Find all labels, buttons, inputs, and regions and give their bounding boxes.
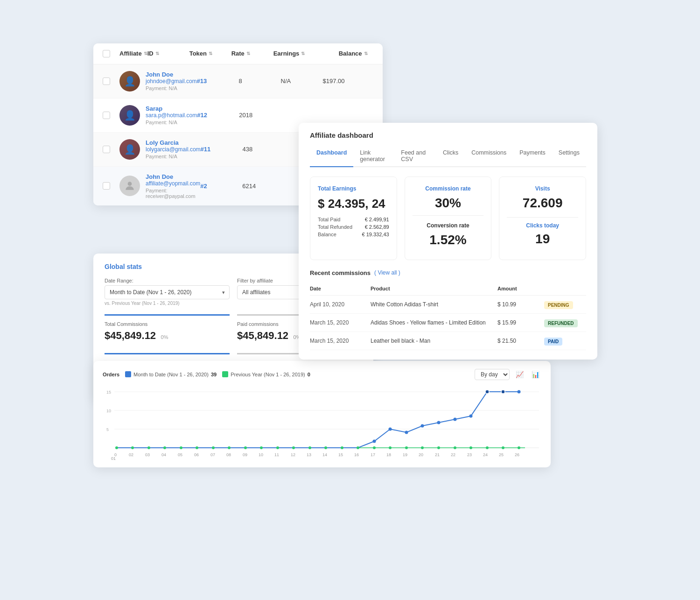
- view-all-link[interactable]: ( View all ): [374, 269, 400, 276]
- affiliate-name-4[interactable]: John Doe: [146, 173, 200, 180]
- svg-point-31: [324, 446, 327, 449]
- svg-text:08: 08: [226, 452, 231, 457]
- affiliate-email-3[interactable]: lolygarcia@gmail.com: [146, 146, 201, 153]
- affiliate-email-4[interactable]: affiliate@yopmail.com: [146, 180, 200, 187]
- affiliate-email-2[interactable]: sara.p@hotmail.com: [146, 112, 197, 119]
- commission-date-1: April 10, 2020: [310, 301, 371, 308]
- balance-value: € 19.332,43: [362, 232, 389, 237]
- col-earnings[interactable]: Earnings ⇅: [273, 50, 339, 57]
- period2-count: 0: [308, 372, 310, 377]
- total-commissions-box: Total Commissions $45,849.12 0%: [105, 314, 230, 346]
- col-amount: Amount: [497, 286, 544, 291]
- clicks-today-value: 19: [507, 232, 578, 247]
- tab-payments[interactable]: Payments: [513, 146, 552, 167]
- commission-product-1: White Cotton Adidas T-shirt: [371, 301, 497, 308]
- svg-text:10: 10: [106, 409, 111, 413]
- status-badge-refunded-2: REFUNDED: [544, 319, 578, 327]
- visits-label: Visits: [507, 185, 578, 192]
- sort-token-icon[interactable]: ⇅: [209, 51, 212, 56]
- period1-label: Month to Date (Nov 1 - 26, 2020): [133, 372, 209, 377]
- total-earnings-card: Total Earnings $ 24.395, 24 Total Paid €…: [310, 176, 397, 260]
- commission-amount-2: $ 15.99: [497, 319, 544, 326]
- svg-text:24: 24: [483, 452, 488, 457]
- svg-text:23: 23: [467, 452, 472, 457]
- tab-dashboard[interactable]: Dashboard: [310, 146, 353, 167]
- affiliate-payment-4: Payment: receiver@paypal.com: [146, 188, 200, 199]
- total-earnings-label: Total Earnings: [318, 185, 389, 192]
- svg-text:22: 22: [451, 452, 455, 457]
- svg-text:17: 17: [371, 452, 375, 457]
- affiliate-name-3[interactable]: Loly Garcia: [146, 139, 201, 146]
- svg-text:13: 13: [307, 452, 311, 457]
- svg-point-25: [228, 446, 231, 449]
- visits-card: Visits 72.609 Clicks today 19: [499, 176, 586, 260]
- bar-chart-button[interactable]: 📊: [529, 368, 541, 381]
- tab-settings[interactable]: Settings: [552, 146, 586, 167]
- orders-chart: 15 10 5: [103, 385, 541, 460]
- select-all-checkbox[interactable]: [103, 50, 110, 57]
- row-rate-1: N/A: [281, 78, 323, 85]
- sort-affiliate-icon[interactable]: ⇅: [144, 51, 147, 56]
- sort-balance-icon[interactable]: ⇅: [364, 51, 368, 56]
- svg-point-34: [373, 446, 376, 449]
- row-checkbox-2[interactable]: [103, 112, 110, 119]
- by-day-select[interactable]: By day: [475, 369, 510, 380]
- svg-text:07: 07: [210, 452, 215, 457]
- svg-text:15: 15: [106, 390, 111, 395]
- tab-clicks[interactable]: Clicks: [436, 146, 465, 167]
- svg-text:18: 18: [386, 452, 391, 457]
- svg-point-12: [437, 421, 441, 424]
- commission-row-2: March 15, 2020 Adidas Shoes - Yellow fla…: [310, 314, 586, 332]
- svg-point-18: [115, 446, 118, 449]
- total-refunded-label: Total Refunded: [318, 224, 352, 230]
- dashboard-panel: Affiliate dashboard Dashboard Link gener…: [299, 123, 597, 360]
- svg-text:03: 03: [145, 452, 150, 457]
- tab-commissions[interactable]: Commissions: [465, 146, 513, 167]
- svg-point-17: [518, 390, 521, 393]
- commission-product-3: Leather bell black - Man: [371, 338, 497, 344]
- sort-earnings-icon[interactable]: ⇅: [301, 51, 305, 56]
- affiliate-payment-2: Payment: N/A: [146, 120, 197, 125]
- sort-rate-icon[interactable]: ⇅: [246, 51, 250, 56]
- svg-point-38: [437, 446, 440, 449]
- conversion-rate-label: Conversion rate: [413, 222, 484, 229]
- date-range-select[interactable]: Month to Date (Nov 1 - 26, 2020): [105, 285, 230, 299]
- col-token[interactable]: Token ⇅: [189, 50, 231, 57]
- svg-text:26: 26: [515, 452, 519, 457]
- svg-point-9: [389, 427, 392, 431]
- row-checkbox-1[interactable]: [103, 78, 110, 85]
- row-checkbox-3[interactable]: [103, 146, 110, 153]
- svg-point-11: [421, 424, 424, 427]
- status-badge-pending-1: PENDING: [544, 301, 573, 309]
- svg-point-21: [163, 446, 166, 449]
- svg-text:25: 25: [499, 452, 504, 457]
- line-chart-button[interactable]: 📈: [513, 368, 525, 381]
- col-id[interactable]: ID ⇅: [147, 50, 189, 57]
- svg-point-37: [421, 446, 424, 449]
- svg-text:5: 5: [106, 427, 109, 432]
- col-balance[interactable]: Balance ⇅: [339, 50, 383, 57]
- row-id-1: #13: [197, 78, 239, 85]
- row-checkbox-4[interactable]: [103, 182, 110, 190]
- user-icon: [124, 180, 136, 192]
- commissions-title: Recent commissions: [310, 269, 371, 276]
- svg-point-40: [469, 446, 472, 449]
- commission-product-2: Adidas Shoes - Yellow flames - Limited E…: [371, 319, 497, 326]
- svg-point-8: [373, 439, 376, 443]
- affiliate-payment-1: Payment: N/A: [146, 85, 197, 91]
- affiliate-name-1[interactable]: John Doe: [146, 71, 197, 78]
- total-commissions-box-value: $45,849.12: [105, 330, 156, 341]
- svg-point-43: [518, 446, 520, 449]
- paid-commissions-box-value: $45,849.12: [237, 330, 288, 341]
- dashboard-header: Affiliate dashboard Dashboard Link gener…: [299, 123, 597, 167]
- tab-feed-csv[interactable]: Feed and CSV: [394, 146, 436, 167]
- affiliate-name-2[interactable]: Sarap: [146, 105, 197, 112]
- total-paid-label: Total Paid: [318, 217, 340, 222]
- sort-id-icon[interactable]: ⇅: [155, 51, 159, 56]
- col-affiliate[interactable]: Affiliate ⇅: [119, 50, 147, 57]
- affiliate-info-4: John Doe affiliate@yopmail.com Payment: …: [119, 173, 200, 199]
- affiliate-email-1[interactable]: johndoe@gmail.com: [146, 78, 197, 85]
- row-earnings-1: $197.00: [323, 78, 383, 85]
- tab-link-generator[interactable]: Link generator: [353, 146, 394, 167]
- col-rate[interactable]: Rate ⇅: [231, 50, 273, 57]
